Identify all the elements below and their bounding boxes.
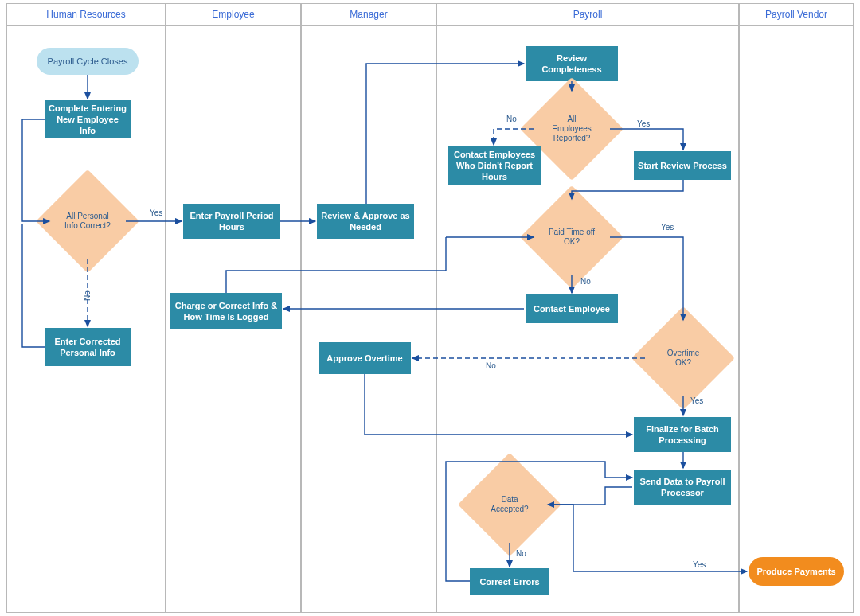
- process-charge-correct: Charge or Correct Info & How Time Is Log…: [170, 293, 282, 329]
- lane-header-manager: Manager: [301, 3, 436, 25]
- label-yes-overtime: Yes: [690, 396, 703, 405]
- process-contact-employee: Contact Employee: [526, 294, 618, 323]
- label-no-data: No: [516, 549, 526, 558]
- label-no-personal: No: [83, 290, 92, 301]
- process-enter-corrected: Enter Corrected Personal Info: [45, 328, 131, 366]
- label-yes-pto: Yes: [661, 223, 674, 232]
- process-send-data: Send Data to Payroll Processor: [634, 470, 731, 505]
- lane-body-manager: [301, 25, 436, 613]
- lane-header-payroll: Payroll: [436, 3, 739, 25]
- decision-overtime-ok: Overtime OK?: [647, 322, 720, 395]
- process-correct-errors: Correct Errors: [470, 568, 549, 595]
- lane-header-hr: Human Resources: [6, 3, 166, 25]
- process-complete-entering: Complete Entering New Employee Info: [45, 100, 131, 138]
- process-review-approve: Review & Approve as Needed: [317, 204, 414, 239]
- decision-all-employees-reported: All Employees Reported?: [535, 92, 608, 166]
- label-no-reported: No: [506, 115, 517, 123]
- process-review-completeness: Review Completeness: [526, 46, 618, 81]
- label-yes-data: Yes: [693, 560, 706, 569]
- process-finalize-batch: Finalize for Batch Processing: [634, 417, 731, 452]
- swimlane-flowchart: Human Resources Employee Manager Payroll…: [0, 0, 860, 616]
- decision-all-personal-correct: All Personal Info Correct?: [51, 185, 124, 258]
- decision-data-accepted: Data Accepted?: [473, 468, 546, 541]
- label-no-overtime: No: [486, 361, 496, 370]
- process-contact-not-report: Contact Employees Who Didn't Report Hour…: [448, 146, 541, 185]
- terminator-produce-payments: Produce Payments: [749, 557, 844, 586]
- process-enter-payroll-hours: Enter Payroll Period Hours: [183, 204, 280, 239]
- decision-paid-time-off: Paid Time off OK?: [535, 201, 608, 274]
- label-yes-personal: Yes: [150, 209, 162, 217]
- lane-header-vendor: Payroll Vendor: [739, 3, 854, 25]
- process-approve-overtime: Approve Overtime: [319, 342, 411, 374]
- lane-body-vendor: [739, 25, 854, 613]
- start-payroll-cycle-closes: Payroll Cycle Closes: [37, 48, 139, 75]
- label-no-pto: No: [580, 277, 591, 286]
- label-yes-reported: Yes: [637, 119, 650, 128]
- lane-header-employee: Employee: [166, 3, 301, 25]
- process-start-review: Start Review Process: [634, 151, 731, 180]
